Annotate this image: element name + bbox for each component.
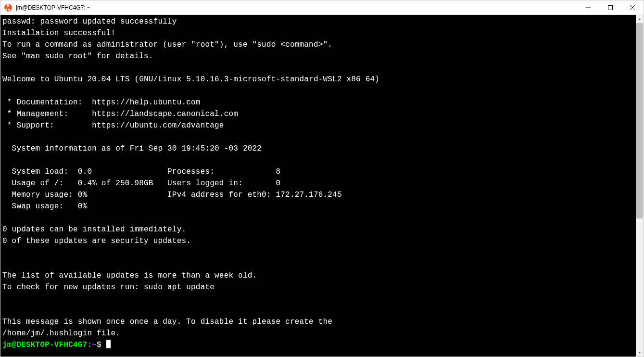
terminal-content[interactable]: passwd: password updated successfully In… [0, 15, 644, 352]
prompt-user-host: jm@DESKTOP-VFHC4G7 [2, 341, 87, 349]
window-controls [577, 0, 644, 14]
svg-rect-1 [608, 5, 613, 10]
scrollbar-up-arrow[interactable]: ▴ [636, 15, 644, 23]
terminal-body[interactable]: passwd: password updated successfully In… [0, 15, 644, 357]
maximize-button[interactable] [599, 0, 621, 14]
prompt-symbol: $ [97, 341, 101, 349]
prompt-separator: : [87, 341, 92, 349]
close-button[interactable] [621, 0, 644, 14]
minimize-button[interactable] [577, 0, 599, 14]
titlebar[interactable]: jm@DESKTOP-VFHC4G7: ~ [0, 0, 644, 15]
scrollbar-thumb[interactable] [636, 23, 643, 218]
prompt-path: ~ [92, 341, 97, 349]
scrollbar-down-arrow[interactable]: ▾ [636, 348, 644, 357]
window-title: jm@DESKTOP-VFHC4G7: ~ [16, 4, 577, 11]
terminal-window: jm@DESKTOP-VFHC4G7: ~ passwd: password u… [0, 0, 644, 357]
terminal-output: passwd: password updated successfully In… [2, 17, 379, 338]
scrollbar[interactable]: ▴ ▾ [636, 15, 644, 357]
scrollbar-track[interactable] [636, 23, 644, 348]
cursor [106, 340, 111, 348]
ubuntu-icon [4, 4, 12, 12]
